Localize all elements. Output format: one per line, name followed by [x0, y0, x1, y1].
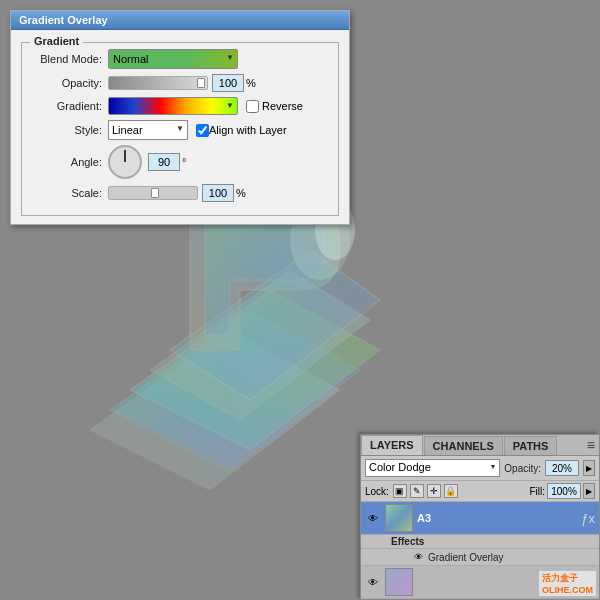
blend-mode-panel-wrapper: Color Dodge [365, 459, 500, 477]
reverse-checkbox-wrap: Reverse [246, 100, 303, 113]
opacity-slider[interactable] [108, 76, 208, 90]
layer-thumb-bottom [385, 568, 413, 596]
angle-knob[interactable] [108, 145, 142, 179]
align-layer-checkbox[interactable] [196, 124, 209, 137]
watermark-url: OLIHE.COM [542, 585, 593, 595]
layer-thumb-a3 [385, 504, 413, 532]
gradient-overlay-dialog: Gradient Overlay Gradient Blend Mode: No… [10, 10, 350, 225]
angle-unit: ° [182, 156, 186, 168]
fill-label: Fill: [529, 486, 545, 497]
gradient-row: Gradient: Reverse [32, 97, 328, 115]
scale-slider-thumb [151, 188, 159, 198]
gradient-label: Gradient: [32, 100, 102, 112]
reverse-label: Reverse [262, 100, 303, 112]
fill-section: Fill: 100% ▶ [529, 483, 595, 499]
gradient-bar[interactable] [108, 97, 238, 115]
eye-icon-gradient-overlay[interactable]: 👁 [411, 550, 425, 564]
blend-mode-select-wrapper: Normal [108, 49, 238, 69]
lock-transparency-icon[interactable]: ▣ [393, 484, 407, 498]
eye-icon-a3[interactable]: 👁 [365, 510, 381, 526]
effects-label: Effects [391, 536, 424, 547]
lock-all-icon[interactable]: 🔒 [444, 484, 458, 498]
reverse-checkbox[interactable] [246, 100, 259, 113]
style-label: Style: [32, 124, 102, 136]
layer-name-a3: A3 [417, 512, 575, 524]
blend-mode-panel[interactable]: Color Dodge [365, 459, 500, 477]
watermark: 活力盒子 OLIHE.COM [539, 571, 596, 596]
fx-icon-a3[interactable]: ƒx [581, 511, 595, 526]
lock-paint-icon[interactable]: ✎ [410, 484, 424, 498]
scale-row: Scale: 100 % [32, 184, 328, 202]
effects-sub-row: Effects [361, 535, 599, 549]
fill-val-input[interactable]: 100% [547, 483, 581, 499]
fill-arrow-btn[interactable]: ▶ [583, 483, 595, 499]
lock-row: Lock: ▣ ✎ ✛ 🔒 Fill: 100% ▶ [361, 481, 599, 502]
layer-row-a3[interactable]: 👁 A3 ƒx [361, 502, 599, 535]
opacity-arrow-btn[interactable]: ▶ [583, 460, 595, 476]
opacity-label: Opacity: [32, 77, 102, 89]
opacity-slider-thumb [197, 78, 205, 88]
gradient-bar-wrapper [108, 97, 238, 115]
angle-row: Angle: 90 ° [32, 145, 328, 179]
gradient-overlay-label: Gradient Overlay [428, 552, 504, 563]
eye-icon-bottom[interactable]: 👁 [365, 574, 381, 590]
opacity-pct: % [246, 77, 256, 89]
tab-paths[interactable]: PATHS [504, 436, 558, 455]
gradient-group: Gradient Blend Mode: Normal Opacity: 100… [21, 42, 339, 216]
watermark-cn: 活力盒子 [542, 573, 578, 583]
tab-channels[interactable]: CHANNELS [424, 436, 503, 455]
align-layer-wrap: Align with Layer [196, 124, 287, 137]
scale-label: Scale: [32, 187, 102, 199]
group-label: Gradient [30, 35, 83, 47]
style-select-wrapper: Linear [108, 120, 188, 140]
opacity-label-panel: Opacity: [504, 463, 541, 474]
angle-input[interactable]: 90 [148, 153, 180, 171]
opacity-input[interactable]: 100 [212, 74, 244, 92]
opacity-val-panel[interactable]: 20% [545, 460, 579, 476]
angle-label: Angle: [32, 156, 102, 168]
lock-label: Lock: [365, 486, 389, 497]
blend-mode-row: Blend Mode: Normal [32, 49, 328, 69]
angle-knob-line [124, 150, 126, 162]
tab-layers[interactable]: LAYERS [361, 435, 423, 455]
gradient-overlay-sub-row: 👁 Gradient Overlay [361, 549, 599, 566]
scale-input[interactable]: 100 [202, 184, 234, 202]
lock-icons: ▣ ✎ ✛ 🔒 [393, 484, 458, 498]
style-select[interactable]: Linear [108, 120, 188, 140]
dialog-title: Gradient Overlay [11, 11, 349, 30]
panel-menu-icon[interactable]: ≡ [583, 435, 599, 455]
style-row: Style: Linear Align with Layer [32, 120, 328, 140]
opacity-row: Opacity: 100 % [32, 74, 328, 92]
lock-move-icon[interactable]: ✛ [427, 484, 441, 498]
blend-mode-label: Blend Mode: [32, 53, 102, 65]
scale-pct: % [236, 187, 246, 199]
align-layer-label: Align with Layer [209, 124, 287, 136]
scale-slider[interactable] [108, 186, 198, 200]
layers-tabs: LAYERS CHANNELS PATHS ≡ [361, 435, 599, 456]
blend-mode-select[interactable]: Normal [108, 49, 238, 69]
layers-controls: Color Dodge Opacity: 20% ▶ [361, 456, 599, 481]
